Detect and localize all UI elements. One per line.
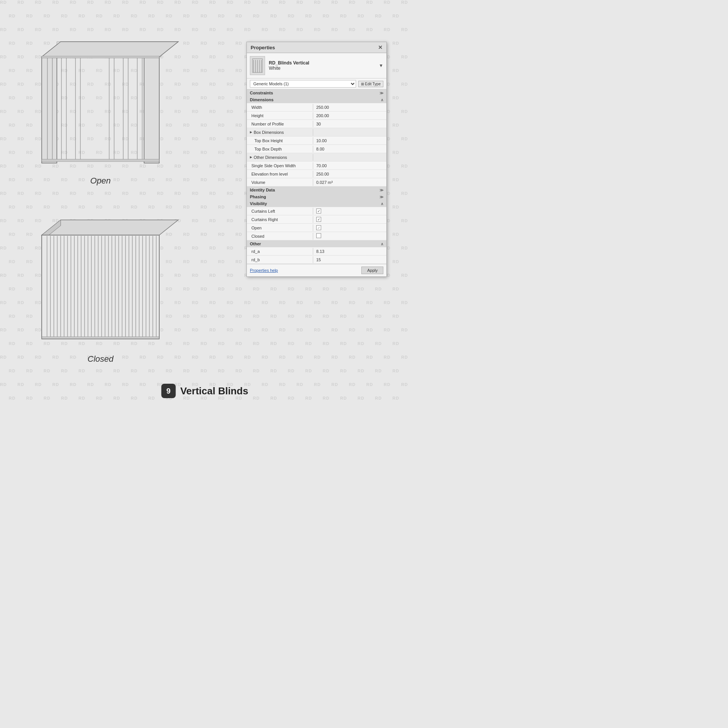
- rd-b-row: rd_b 15: [247, 256, 386, 264]
- dimensions-label: Dimensions: [250, 97, 273, 102]
- other-expand-triangle-icon: ▶: [250, 155, 252, 159]
- svg-rect-18: [42, 56, 159, 58]
- svg-rect-19: [42, 159, 159, 162]
- single-side-open-width-label: Single Side Open Width: [247, 162, 313, 169]
- visibility-collapse-icon[interactable]: ∧: [381, 202, 383, 206]
- rd-b-value[interactable]: 15: [313, 256, 386, 263]
- open-row: Open: [247, 224, 386, 232]
- diagrams-area: Open: [11, 15, 197, 387]
- constraints-collapse-icon[interactable]: ≫: [380, 91, 383, 95]
- dropdown-arrow-icon: ▼: [379, 63, 383, 68]
- identity-data-section-header: Identity Data ≫: [247, 187, 386, 193]
- elevation-row: Elevation from level 250.00: [247, 170, 386, 178]
- visibility-label: Visibility: [250, 201, 267, 206]
- curtains-left-label: Curtains Left: [247, 208, 313, 215]
- blind-open-container: Open: [19, 23, 182, 190]
- rd-b-label: rd_b: [247, 256, 313, 263]
- properties-panel: Properties ✕ RD_Blinds Vertical White ▼: [246, 42, 387, 277]
- curtains-right-value[interactable]: [313, 216, 386, 223]
- svg-marker-2: [144, 57, 159, 163]
- object-info: RD_Blinds Vertical White: [269, 60, 379, 71]
- dimensions-collapse-icon[interactable]: ∧: [381, 98, 383, 102]
- phasing-collapse-icon[interactable]: ≫: [380, 195, 383, 199]
- svg-marker-1: [42, 57, 57, 163]
- other-dimensions-label: Other Dimensions: [254, 155, 287, 160]
- top-box-height-row: Top Box Height 10.00: [247, 136, 386, 145]
- edit-type-button[interactable]: ⊞ Edit Type: [358, 81, 383, 87]
- width-value[interactable]: 250.00: [313, 104, 386, 111]
- constraints-label: Constraints: [250, 91, 273, 95]
- other-section-header: Other ∧: [247, 240, 386, 247]
- blind-closed-svg: [19, 201, 182, 368]
- elevation-value[interactable]: 250.00: [313, 171, 386, 177]
- blind-closed-container: Closed: [19, 201, 182, 368]
- visibility-section-header: Visibility ∧: [247, 200, 386, 207]
- rd-a-label: rd_a: [247, 248, 313, 255]
- other-label: Other: [250, 242, 261, 246]
- other-dimensions-row[interactable]: ▶ Other Dimensions: [247, 153, 386, 162]
- number-of-profile-row: Number of Profile 30: [247, 120, 386, 128]
- open-checkbox[interactable]: [316, 225, 321, 230]
- close-button[interactable]: ✕: [378, 44, 383, 50]
- blind-open-svg: [19, 23, 182, 190]
- apply-button[interactable]: Apply: [361, 267, 383, 274]
- curtains-right-label: Curtains Right: [247, 216, 313, 223]
- number-of-profile-value[interactable]: 30: [313, 121, 386, 127]
- other-collapse-icon[interactable]: ∧: [381, 242, 383, 246]
- curtains-left-row: Curtains Left: [247, 207, 386, 215]
- identity-data-label: Identity Data: [250, 188, 275, 192]
- curtains-right-row: Curtains Right: [247, 215, 386, 224]
- other-dimensions-expand: ▶ Other Dimensions: [247, 154, 313, 161]
- volume-row: Volume 0.027 m³: [247, 178, 386, 187]
- open-value[interactable]: [313, 224, 386, 232]
- elevation-label: Elevation from level: [247, 171, 313, 177]
- curtains-right-checkbox[interactable]: [316, 217, 321, 222]
- phasing-label: Phasing: [250, 195, 266, 199]
- main-content: // Generate watermark RD text const wbg …: [0, 0, 410, 410]
- properties-help-link[interactable]: Properties help: [250, 268, 278, 273]
- box-dimensions-label: Box Dimensions: [254, 130, 284, 135]
- type-selector[interactable]: Generic Models (1): [250, 80, 356, 88]
- identity-data-collapse-icon[interactable]: ≫: [380, 188, 383, 192]
- open-label: Open: [90, 176, 111, 186]
- single-side-open-width-value[interactable]: 70.00: [313, 162, 386, 169]
- top-box-height-value[interactable]: 10.00: [313, 137, 386, 144]
- panel-title: Properties: [251, 45, 275, 50]
- object-subname: White: [269, 66, 379, 71]
- width-row: Width 250.00: [247, 103, 386, 111]
- rd-a-value[interactable]: 8.13: [313, 248, 386, 255]
- footer-title: Vertical Blinds: [180, 385, 248, 397]
- top-box-height-label: Top Box Height: [247, 137, 313, 144]
- svg-rect-22: [42, 235, 159, 337]
- rd-a-row: rd_a 8.13: [247, 247, 386, 256]
- dimensions-section-header: Dimensions ∧: [247, 96, 386, 103]
- constraints-section-header: Constraints ≫: [247, 89, 386, 96]
- closed-row: Closed: [247, 232, 386, 240]
- curtains-left-value[interactable]: [313, 207, 386, 215]
- open-label-prop: Open: [247, 224, 313, 231]
- closed-label: Closed: [88, 354, 113, 364]
- single-side-open-width-row: Single Side Open Width 70.00: [247, 162, 386, 170]
- closed-label-prop: Closed: [247, 233, 313, 240]
- height-label: Height: [247, 112, 313, 119]
- closed-checkbox[interactable]: [316, 233, 321, 238]
- panel-header: Properties ✕: [247, 42, 386, 53]
- volume-value: 0.027 m³: [313, 179, 386, 186]
- svg-rect-56: [42, 337, 159, 339]
- box-dimensions-row[interactable]: ▶ Box Dimensions: [247, 128, 386, 136]
- number-badge: 9: [161, 384, 176, 398]
- top-box-depth-value[interactable]: 8.00: [313, 146, 386, 152]
- type-row: Generic Models (1) ⊞ Edit Type: [247, 78, 386, 89]
- closed-value[interactable]: [313, 232, 386, 240]
- object-thumbnail: [250, 56, 265, 75]
- object-row: RD_Blinds Vertical White ▼: [247, 53, 386, 78]
- box-dimensions-expand: ▶ Box Dimensions: [247, 129, 313, 136]
- width-label: Width: [247, 104, 313, 111]
- svg-marker-17: [42, 42, 178, 57]
- number-of-profile-label: Number of Profile: [247, 121, 313, 127]
- svg-marker-20: [42, 220, 178, 235]
- footer: 9 Vertical Blinds: [161, 384, 248, 398]
- panel-bottom: Properties help Apply: [247, 264, 386, 276]
- height-value[interactable]: 200.00: [313, 112, 386, 119]
- curtains-left-checkbox[interactable]: [316, 209, 321, 213]
